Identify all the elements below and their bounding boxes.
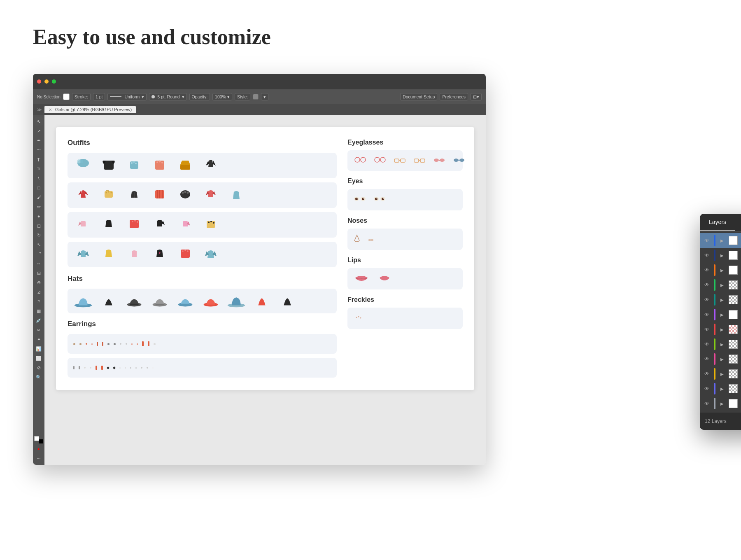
document-tab[interactable]: ✕ Girls.ai @ 7.28% (RGB/GPU Preview) [44,106,136,113]
line-tool[interactable]: \ [35,174,43,182]
zoom-tool[interactable]: 🔍 [35,373,43,381]
blend-tool[interactable]: ∞ [35,326,43,334]
tab-layers[interactable]: Layers [700,214,735,231]
layer-expand-icon[interactable]: ▶ [719,356,725,362]
layer-row-headbands[interactable]: 👁 ▶ Headbands [700,322,741,337]
glasses-item[interactable] [374,155,386,166]
eyedropper-tool[interactable]: 💉 [35,316,43,324]
outfit-item[interactable] [150,157,170,174]
layer-visibility-icon[interactable]: 👁 [703,400,711,407]
warp-tool[interactable]: 〝 [35,250,43,258]
color-mode-indicator[interactable]: ■ [35,445,43,453]
layer-row-presentation[interactable]: 👁 ▶ Presentation [700,396,741,411]
direct-select-tool[interactable]: ↗ [35,127,43,135]
glasses-item[interactable] [433,155,445,166]
layer-expand-icon[interactable]: ▶ [719,267,725,273]
outfit-item[interactable] [175,187,195,204]
hat-item[interactable] [99,293,119,309]
layer-visibility-icon[interactable]: 👁 [703,296,711,303]
tab-close-icon[interactable]: ✕ [49,107,52,112]
layer-visibility-icon[interactable]: 👁 [703,311,711,318]
layer-visibility-icon[interactable]: 👁 [703,237,711,244]
outfit-item[interactable] [201,187,221,204]
tab-artboards[interactable]: Artboards [735,214,741,231]
outfit-item[interactable] [124,246,144,263]
outfit-item[interactable] [124,157,144,174]
stroke-type-uniform[interactable]: Uniform ▾ [107,93,147,100]
rotate-tool[interactable]: ↻ [35,231,43,239]
arrange-button[interactable]: ⊞▾ [471,93,482,100]
hat-item[interactable] [201,293,221,309]
outfit-item[interactable] [150,187,170,204]
fill-stroke-indicator[interactable] [34,436,43,443]
layer-row-eyeglasses[interactable]: 👁 ▶ Eyeglasses [700,292,741,307]
layer-row-blushes[interactable]: 👁 ▶ Blushes & Freckles [700,233,741,248]
layer-expand-icon[interactable]: ▶ [719,237,725,244]
outfit-item[interactable] [73,246,93,263]
layer-expand-icon[interactable]: ▶ [719,385,725,392]
layer-expand-icon[interactable]: ▶ [719,282,725,288]
hat-item[interactable] [124,293,144,309]
outfit-item[interactable] [175,157,195,174]
outfit-item[interactable] [201,216,221,233]
paintbrush-tool[interactable]: 🖌 [35,193,43,201]
hat-item[interactable] [150,293,170,309]
outfit-item[interactable] [201,246,221,263]
stroke-cap-round[interactable]: 5 pt. Round ▾ [149,93,186,100]
more-tools[interactable]: ··· [35,454,43,462]
layer-expand-icon[interactable]: ▶ [719,311,725,318]
outfit-item[interactable] [124,216,144,233]
preferences-button[interactable]: Preferences [440,93,468,100]
shape-builder-tool[interactable]: ⊕ [35,278,43,287]
perspective-tool[interactable]: ⊿ [35,288,43,296]
hat-item[interactable] [277,293,297,309]
mesh-tool[interactable]: # [35,297,43,306]
type-tool[interactable]: T [35,155,43,163]
blob-brush-tool[interactable]: ● [35,212,43,220]
layer-expand-icon[interactable]: ▶ [719,326,725,333]
gradient-tool[interactable]: ▦ [35,307,43,315]
layer-expand-icon[interactable]: ▶ [719,341,725,348]
outfit-item[interactable] [73,216,93,233]
collapse-arrow[interactable]: ≫ [37,107,42,112]
symbol-tool[interactable]: ✦ [35,335,43,343]
outfit-item[interactable] [99,216,119,233]
outfit-item[interactable] [99,157,119,174]
width-tool[interactable]: ↔ [35,259,43,268]
layer-row-outfits[interactable]: 👁 ▶ Outfits [700,352,741,366]
style-swatch[interactable] [253,94,259,100]
glasses-item[interactable] [394,155,406,166]
outfit-item[interactable] [99,187,119,204]
slice-tool[interactable]: ⊘ [35,364,43,372]
pencil-tool[interactable]: ✏ [35,203,43,211]
artboard-tool[interactable]: ⬜ [35,354,43,362]
layer-expand-icon[interactable]: ▶ [719,371,725,377]
hat-item[interactable] [73,293,93,309]
free-transform-tool[interactable]: ⊞ [35,269,43,277]
layer-row-lips[interactable]: 👁 ▶ Lips [700,248,741,263]
document-setup-button[interactable]: Document Setup [400,93,437,100]
outfit-item[interactable] [201,157,221,174]
outfit-item[interactable] [175,246,195,263]
glasses-item[interactable] [453,155,465,166]
glasses-item[interactable] [354,155,366,166]
touch-type-tool[interactable]: TI [35,165,43,173]
layer-row-noses[interactable]: 👁 ▶ Noses [700,263,741,278]
outfit-item[interactable] [175,216,195,233]
layer-row-bodies[interactable]: 👁 ▶ Bodies & Hairs [700,366,741,381]
layer-expand-icon[interactable]: ▶ [719,296,725,303]
glasses-item[interactable] [413,155,426,166]
outfit-item[interactable] [226,187,246,204]
layer-expand-icon[interactable]: ▶ [719,252,725,259]
curvature-tool[interactable]: 〜 [35,146,43,154]
rect-tool[interactable]: □ [35,184,43,192]
pen-tool[interactable]: ✒ [35,136,43,145]
layer-row-premade[interactable]: 👁 ▶ Premade Characters [700,381,741,396]
layer-visibility-icon[interactable]: 👁 [703,252,711,259]
layer-row-earrings[interactable]: 👁 ▶ Earrings [700,307,741,322]
fill-swatch[interactable] [63,93,70,100]
layer-visibility-icon[interactable]: 👁 [703,341,711,348]
hat-item[interactable] [175,293,195,309]
stroke-value[interactable]: 1 pt [93,93,105,100]
layer-visibility-icon[interactable]: 👁 [703,266,711,274]
